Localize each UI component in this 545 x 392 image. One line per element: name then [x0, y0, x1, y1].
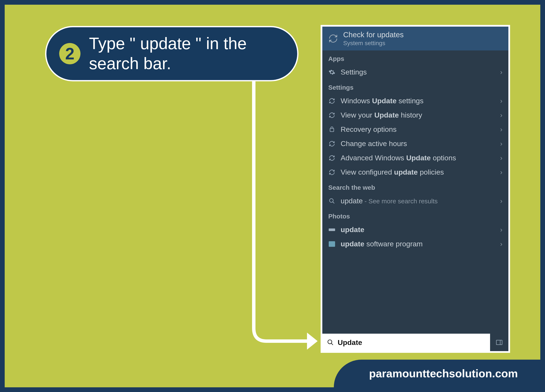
result-advanced-update-options[interactable]: Advanced Windows Update options ›	[322, 151, 508, 165]
result-photo-update-software[interactable]: update software program ›	[322, 237, 508, 251]
result-settings-app[interactable]: Settings ›	[322, 65, 508, 79]
refresh-icon	[328, 169, 335, 176]
chevron-right-icon: ›	[500, 125, 502, 133]
search-icon	[328, 197, 335, 205]
gear-icon	[328, 68, 335, 76]
result-active-hours[interactable]: Change active hours ›	[322, 137, 508, 151]
result-update-policies[interactable]: View configured update policies ›	[322, 165, 508, 179]
svg-point-2	[328, 340, 332, 344]
instruction-callout: 2 Type " update " in the search bar.	[45, 26, 298, 81]
result-label: Settings	[341, 68, 495, 76]
result-label: Windows Update settings	[341, 97, 495, 105]
result-update-history[interactable]: View your Update history ›	[322, 108, 508, 122]
instruction-text: Type " update " in the search bar.	[89, 34, 285, 74]
footer-banner: paramounttechsolution.com	[334, 360, 540, 387]
refresh-icon	[328, 34, 338, 44]
chevron-right-icon: ›	[500, 226, 502, 234]
search-side-button[interactable]	[490, 334, 508, 351]
section-label-web: Search the web	[322, 179, 508, 194]
result-label: update	[341, 225, 495, 234]
svg-point-1	[329, 199, 333, 202]
photo-icon	[328, 226, 335, 233]
chevron-right-icon: ›	[500, 68, 502, 76]
refresh-icon	[328, 154, 335, 162]
refresh-icon	[328, 97, 335, 105]
result-label: Advanced Windows Update options	[341, 154, 495, 162]
result-windows-update-settings[interactable]: Windows Update settings ›	[322, 94, 508, 108]
panel-icon	[495, 339, 503, 346]
step-number-badge: 2	[59, 43, 81, 64]
footer-text: paramounttechsolution.com	[369, 367, 518, 380]
result-photo-update[interactable]: update ›	[322, 223, 508, 237]
result-label: View your Update history	[341, 111, 495, 119]
search-value: Update	[338, 338, 362, 347]
refresh-icon	[328, 112, 335, 119]
chevron-right-icon: ›	[500, 168, 502, 176]
recovery-icon	[328, 126, 335, 133]
result-web-search[interactable]: update - See more search results ›	[322, 194, 508, 208]
chevron-right-icon: ›	[500, 140, 502, 148]
refresh-icon	[328, 140, 335, 147]
svg-rect-3	[496, 340, 502, 345]
search-results-panel: Check for updates System settings Apps S…	[321, 25, 510, 353]
chevron-right-icon: ›	[500, 97, 502, 105]
result-label: update - See more search results	[341, 197, 495, 205]
chevron-right-icon: ›	[500, 197, 502, 205]
result-recovery-options[interactable]: Recovery options ›	[322, 122, 508, 137]
chevron-right-icon: ›	[500, 240, 502, 248]
best-match-title: Check for updates	[343, 31, 404, 39]
svg-rect-0	[330, 128, 334, 132]
result-label: Change active hours	[341, 139, 495, 148]
section-label-apps: Apps	[322, 50, 508, 65]
chevron-right-icon: ›	[500, 111, 502, 119]
result-label: View configured update policies	[341, 168, 495, 176]
search-input[interactable]: Update	[322, 334, 490, 351]
best-match-result[interactable]: Check for updates System settings	[322, 27, 508, 50]
folder-icon	[328, 240, 335, 248]
best-match-subtitle: System settings	[343, 40, 404, 47]
result-label: update software program	[341, 240, 495, 248]
section-label-photos: Photos	[322, 208, 508, 223]
section-label-settings: Settings	[322, 79, 508, 94]
search-icon	[327, 339, 334, 346]
chevron-right-icon: ›	[500, 154, 502, 162]
result-label: Recovery options	[341, 125, 495, 133]
